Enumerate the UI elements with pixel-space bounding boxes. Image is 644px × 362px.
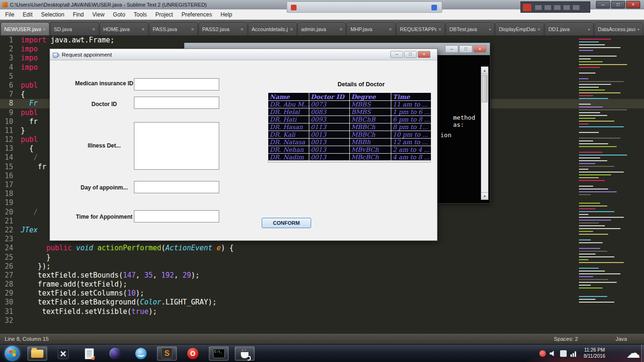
start-button[interactable] bbox=[5, 346, 20, 361]
cloud-icon[interactable]: ☁ bbox=[626, 344, 640, 362]
tab-admin-java[interactable]: admin.java× bbox=[297, 22, 347, 35]
network-icon[interactable] bbox=[570, 350, 577, 357]
menu-item-help[interactable]: Help bbox=[216, 10, 237, 19]
console-minimize-button[interactable]: – bbox=[445, 45, 458, 53]
code-line[interactable]: 27 textField.setBounds(147, 35, 192, 29)… bbox=[0, 271, 644, 280]
table-row[interactable]: DR. Hasan0113MBBCh8 pm to 1... bbox=[268, 123, 431, 131]
sublime-taskbar-button[interactable]: S bbox=[157, 346, 177, 361]
tab-requestappoinm[interactable]: REQUESTAPPoinm× bbox=[396, 22, 445, 35]
tab-dd1-java[interactable]: DD1.java• bbox=[545, 22, 594, 35]
table-row[interactable]: DR. Helal0083BMBS1 pm to 6 ... bbox=[268, 108, 431, 116]
red-status-icon[interactable] bbox=[539, 350, 546, 357]
blue-app-taskbar-button[interactable] bbox=[131, 346, 151, 361]
appointment-day-input[interactable] bbox=[134, 181, 219, 193]
opera-taskbar-button[interactable]: O bbox=[183, 346, 203, 361]
minimap[interactable] bbox=[579, 39, 633, 321]
tab-close-icon[interactable]: × bbox=[92, 26, 95, 32]
doctor-id-input[interactable] bbox=[134, 97, 219, 109]
indentation-setting[interactable]: Spaces: 2 bbox=[554, 336, 578, 342]
code-line[interactable]: 26 }); bbox=[0, 262, 644, 271]
menu-item-find[interactable]: Find bbox=[68, 10, 88, 19]
show-desktop-button[interactable] bbox=[641, 345, 644, 362]
table-row[interactable]: DR. Nehan0013MBvBCh2 am to 4 ... bbox=[268, 146, 431, 154]
table-row[interactable]: DR. Kali0013MBBCh10 pm to ... bbox=[268, 131, 431, 139]
table-row[interactable]: DR. Abu M...0073MBBS11 am to ... bbox=[268, 101, 431, 108]
background-window-fragment[interactable] bbox=[287, 1, 442, 13]
tab-pass-java[interactable]: PASS.java× bbox=[149, 22, 198, 35]
table-row[interactable]: DR. Hati0093MBChB6 pm to 8 ... bbox=[268, 116, 431, 123]
app-x-taskbar-button[interactable] bbox=[53, 346, 73, 361]
tab-close-icon[interactable]: • bbox=[588, 26, 590, 32]
tab-close-icon[interactable]: × bbox=[290, 26, 293, 32]
network-meter-fragment[interactable] bbox=[520, 1, 590, 13]
tab-close-icon[interactable]: × bbox=[438, 26, 441, 32]
tab-dataaccess-java[interactable]: DataAccess.java• bbox=[594, 22, 643, 35]
terminal-taskbar-button[interactable]: C:\_ bbox=[209, 346, 229, 361]
tab-sd-java[interactable]: SD.java× bbox=[50, 22, 99, 35]
dialog-maximize-button[interactable]: □ bbox=[404, 51, 417, 58]
tab-accountdetails-jav[interactable]: Accountdetails.jav× bbox=[248, 22, 297, 35]
tab-close-icon[interactable]: × bbox=[141, 26, 144, 32]
tab-home-java[interactable]: HOME.java× bbox=[99, 22, 149, 35]
tab-newuser-java[interactable]: NEWUSER.java× bbox=[0, 22, 50, 35]
maximize-button[interactable]: □ bbox=[611, 1, 625, 8]
menu-item-tools[interactable]: Tools bbox=[130, 10, 151, 19]
code-line[interactable]: 28 frame.add(textField); bbox=[0, 280, 644, 289]
console-close-button[interactable]: × bbox=[473, 45, 487, 53]
console-maximize-button[interactable]: □ bbox=[459, 45, 472, 53]
code-line[interactable]: 32 bbox=[0, 316, 644, 325]
menu-item-selection[interactable]: Selection bbox=[37, 10, 68, 19]
code-line[interactable]: 30 textField.setBackground(Color.LIGHT_G… bbox=[0, 298, 644, 307]
tab-close-icon[interactable]: × bbox=[339, 26, 342, 32]
code-line[interactable]: 24 public void actionPerformed(ActionEve… bbox=[0, 244, 644, 253]
column-header[interactable]: Time bbox=[391, 93, 431, 101]
tab-close-icon[interactable]: × bbox=[537, 26, 540, 32]
tab-pass2-java[interactable]: PASS2.java× bbox=[198, 22, 248, 35]
tab-displayempdata-j[interactable]: DisplayEmpData.j× bbox=[495, 22, 544, 35]
tab-close-icon[interactable]: • bbox=[637, 26, 639, 32]
taskbar-clock[interactable]: 11:26 PM 8/11/2016 bbox=[580, 347, 609, 359]
syntax-language[interactable]: Java bbox=[616, 336, 627, 342]
insurance-id-input[interactable] bbox=[134, 78, 219, 90]
tab-mhp-java[interactable]: MHP.java× bbox=[347, 22, 396, 35]
menu-item-preferences[interactable]: Preferences bbox=[177, 10, 216, 19]
table-bottom-scrollbar[interactable] bbox=[268, 160, 431, 163]
code-line[interactable]: 25 } bbox=[0, 253, 644, 262]
dialog-titlebar[interactable]: Request appoinment – □ × bbox=[50, 49, 437, 60]
tab-close-icon[interactable]: × bbox=[191, 26, 194, 32]
conform-button[interactable]: CONFORM bbox=[262, 218, 311, 228]
table-row[interactable]: DR. Natasa0013MBBh12 am to ... bbox=[268, 139, 431, 146]
menu-item-view[interactable]: View bbox=[88, 10, 109, 19]
scroll-down-icon[interactable]: ▼ bbox=[481, 192, 488, 199]
tab-close-icon[interactable]: × bbox=[240, 26, 243, 32]
menu-item-edit[interactable]: Edit bbox=[18, 10, 37, 19]
minimize-button[interactable]: – bbox=[596, 1, 610, 8]
tab-close-icon[interactable]: • bbox=[489, 26, 491, 32]
menu-item-goto[interactable]: Goto bbox=[109, 10, 130, 19]
editor-app-taskbar-button[interactable] bbox=[79, 346, 99, 361]
menu-item-file[interactable]: File bbox=[1, 10, 18, 19]
console-scrollbar[interactable]: ▲ ▼ bbox=[481, 66, 488, 200]
tab-close-icon[interactable]: × bbox=[389, 26, 392, 32]
tab-dbtest-java[interactable]: DBTest.java• bbox=[446, 22, 495, 35]
scrollbar-thumb[interactable] bbox=[482, 75, 487, 102]
code-line[interactable]: 31 textField.setVisible(true); bbox=[0, 307, 644, 316]
appointment-time-input[interactable] bbox=[134, 210, 219, 222]
explorer-taskbar-button[interactable] bbox=[27, 346, 47, 361]
dialog-minimize-button[interactable]: – bbox=[390, 51, 403, 58]
menu-item-project[interactable]: Project bbox=[151, 10, 177, 19]
code-line[interactable]: 29 textField.setColumns(10); bbox=[0, 289, 644, 298]
column-header[interactable]: Degree bbox=[350, 93, 391, 101]
java-taskbar-button[interactable] bbox=[235, 346, 255, 361]
column-header[interactable]: Name bbox=[268, 93, 309, 101]
dialog-close-button[interactable]: × bbox=[418, 51, 430, 58]
volume-icon[interactable] bbox=[550, 350, 556, 357]
illness-details-textarea[interactable] bbox=[134, 122, 219, 170]
scroll-up-icon[interactable]: ▲ bbox=[481, 67, 488, 74]
tab-close-icon[interactable]: × bbox=[43, 26, 46, 32]
app-icon[interactable] bbox=[560, 350, 567, 357]
close-button[interactable]: × bbox=[626, 1, 640, 8]
column-header[interactable]: Doctor ID bbox=[309, 93, 350, 101]
eclipse-taskbar-button[interactable] bbox=[105, 346, 125, 361]
doctor-table[interactable]: NameDoctor IDDegreeTimeDR. Abu M...0073M… bbox=[268, 92, 431, 161]
